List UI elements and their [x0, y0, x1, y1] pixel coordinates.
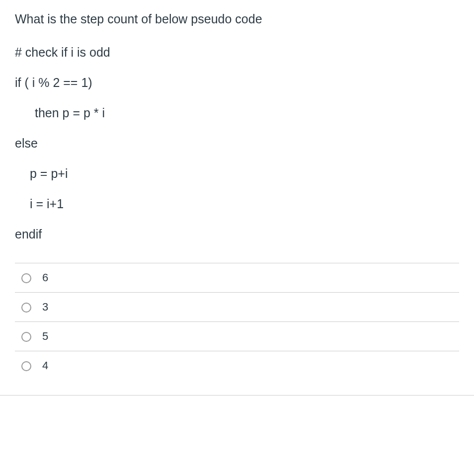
code-line: if ( i % 2 == 1) — [15, 74, 459, 91]
code-line: i = i+1 — [15, 195, 459, 213]
answer-options: 6 3 5 4 — [15, 263, 459, 380]
option-label: 4 — [42, 359, 48, 372]
option-row[interactable]: 3 — [15, 293, 459, 322]
code-line: then p = p * i — [15, 104, 459, 122]
pseudocode-block: # check if i is odd if ( i % 2 == 1) the… — [15, 44, 459, 243]
option-label: 3 — [42, 301, 48, 314]
option-label: 5 — [42, 330, 48, 343]
question-prompt: What is the step count of below pseudo c… — [15, 10, 459, 29]
code-line: p = p+i — [15, 165, 459, 182]
option-radio[interactable] — [21, 273, 31, 283]
footer-divider — [0, 395, 474, 396]
option-row[interactable]: 6 — [15, 263, 459, 293]
option-label: 6 — [42, 271, 48, 284]
code-line: # check if i is odd — [15, 44, 459, 61]
option-row[interactable]: 5 — [15, 322, 459, 351]
option-radio[interactable] — [21, 332, 31, 342]
option-radio[interactable] — [21, 361, 31, 371]
code-line: endif — [15, 226, 459, 243]
code-line: else — [15, 135, 459, 152]
question-container: What is the step count of below pseudo c… — [0, 0, 474, 385]
option-row[interactable]: 4 — [15, 351, 459, 380]
option-radio[interactable] — [21, 303, 31, 313]
